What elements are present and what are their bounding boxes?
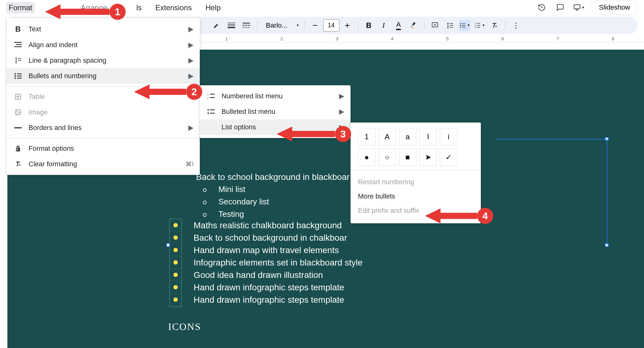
svg-rect-36 xyxy=(17,78,22,79)
menu-format[interactable]: Format xyxy=(6,2,35,13)
svg-rect-30 xyxy=(14,46,22,47)
menu-item-line-spacing[interactable]: Line & paragraph spacing ▶ xyxy=(7,53,200,68)
clear-formatting-icon xyxy=(13,160,23,168)
svg-point-31 xyxy=(15,73,16,75)
menu-item-more-bullets[interactable]: More bullets xyxy=(351,189,481,203)
annotation-badge: 1 xyxy=(110,4,126,20)
ruler-mark: 3 xyxy=(336,36,338,41)
ruler-mark: 4 xyxy=(391,36,393,41)
svg-rect-20 xyxy=(462,25,465,26)
bullet-yellow-icon xyxy=(173,260,178,265)
bullet-option-arrow[interactable]: ➤ xyxy=(419,149,437,166)
submenu-arrow-icon: ▶ xyxy=(188,41,194,49)
bullet-option-i[interactable]: i xyxy=(440,128,457,145)
slide-sublist-item: Testing xyxy=(203,209,244,219)
menu-label: Restart numbering xyxy=(358,178,414,186)
slideshow-button[interactable]: Slideshow xyxy=(591,0,638,15)
bullet-option-disc[interactable]: ● xyxy=(358,149,375,166)
separator xyxy=(257,21,257,30)
bullet-circle-icon xyxy=(203,188,207,192)
bullet-option-a[interactable]: a xyxy=(399,128,416,145)
clear-formatting-button[interactable] xyxy=(489,20,500,31)
text-color-button[interactable]: A xyxy=(393,20,404,31)
decrease-font-button[interactable]: − xyxy=(310,20,321,31)
ruler-mark: 8 xyxy=(612,36,614,41)
svg-text:1: 1 xyxy=(207,93,209,96)
menu-label: Clear formatting xyxy=(29,160,77,168)
svg-rect-3 xyxy=(228,27,235,28)
svg-rect-4 xyxy=(243,23,250,24)
separator xyxy=(505,21,505,30)
svg-point-17 xyxy=(460,25,461,26)
bulleted-list-button[interactable]: ▼ xyxy=(459,20,470,31)
present-icon[interactable]: ▼ xyxy=(573,1,585,14)
font-name-selector[interactable]: Barlo... xyxy=(262,21,291,29)
menu-tools-partial[interactable]: ls xyxy=(134,2,144,13)
svg-rect-8 xyxy=(243,27,244,28)
submenu-arrow-icon: ▶ xyxy=(339,92,344,100)
svg-point-41 xyxy=(16,111,17,112)
menu-label: List options xyxy=(221,123,256,131)
bold-button[interactable]: B xyxy=(363,20,374,31)
chevron-down-icon: ▼ xyxy=(467,24,470,27)
bullet-option-A[interactable]: A xyxy=(378,128,396,145)
separator xyxy=(358,21,358,30)
paint-icon[interactable] xyxy=(211,20,222,31)
line-spacing-button[interactable] xyxy=(444,20,455,31)
menu-item-numbered-list[interactable]: 12 Numbered list menu ▶ xyxy=(200,88,351,104)
menu-item-borders-lines[interactable]: Borders and lines ▶ xyxy=(7,120,200,136)
insert-comment-button[interactable] xyxy=(429,20,441,31)
menu-help[interactable]: Help xyxy=(203,2,223,13)
bullet-option-square[interactable]: ■ xyxy=(399,149,416,166)
svg-rect-12 xyxy=(411,28,416,29)
border-weight-icon[interactable] xyxy=(226,20,237,31)
menu-item-align-indent[interactable]: Align and indent ▶ xyxy=(7,37,200,53)
selection-handle[interactable] xyxy=(166,243,170,247)
menu-label: Align and indent xyxy=(29,41,78,49)
list-icon xyxy=(13,73,23,79)
menu-shortcut: ⌘\ xyxy=(186,160,194,168)
menu-item-bullets-numbering[interactable]: Bullets and numbering ▶ xyxy=(7,68,200,84)
bullet-option-check[interactable]: ✓ xyxy=(440,149,457,166)
bullet-circle-icon xyxy=(203,213,207,217)
bullet-cell xyxy=(170,269,181,281)
comment-icon[interactable] xyxy=(554,1,566,14)
svg-point-18 xyxy=(460,26,461,28)
numbered-list-button[interactable]: 123▼ xyxy=(474,20,485,31)
bullet-option-I[interactable]: I xyxy=(419,128,437,145)
highlight-button[interactable] xyxy=(408,20,419,31)
svg-point-47 xyxy=(208,109,209,111)
ruler-mark: 5 xyxy=(446,36,449,41)
slide-sublist-item: Mini list xyxy=(203,185,245,194)
menu-item-format-options[interactable]: Format options xyxy=(7,141,200,156)
ruler-mark: 1 xyxy=(225,36,228,41)
slide-text-line: Hand drawn infographic steps template xyxy=(194,283,344,292)
border-dash-icon[interactable] xyxy=(241,20,252,31)
menu-label: Bulleted list menu xyxy=(221,108,275,116)
menu-item-bulleted-list[interactable]: Bulleted list menu ▶ xyxy=(200,104,351,119)
menu-label: Borders and lines xyxy=(29,124,82,132)
slide-sublist-item: Secondary list xyxy=(203,197,269,207)
menu-item-text[interactable]: B Text ▶ xyxy=(7,21,200,37)
bullet-option-1[interactable]: 1 xyxy=(358,128,375,145)
menu-extensions[interactable]: Extensions xyxy=(153,2,194,13)
submenu-arrow-icon: ▶ xyxy=(188,124,194,132)
slide-text-line: Maths realistic chalkboard background xyxy=(194,221,342,230)
more-options-button[interactable]: ⋮ xyxy=(510,20,521,31)
bullet-option-circle[interactable]: ○ xyxy=(378,149,396,166)
menu-label: Format options xyxy=(29,145,74,153)
menu-label: Numbered list menu xyxy=(221,92,283,100)
svg-rect-29 xyxy=(16,44,22,45)
increase-font-button[interactable]: + xyxy=(342,20,353,31)
svg-rect-46 xyxy=(210,97,215,98)
menu-label: Image xyxy=(29,108,47,116)
menu-item-clear-formatting[interactable]: Clear formatting ⌘\ xyxy=(7,156,200,172)
bullet-cell xyxy=(170,219,181,231)
menu-separator xyxy=(351,170,481,171)
history-icon[interactable] xyxy=(535,1,548,14)
italic-button[interactable]: I xyxy=(378,20,389,31)
font-size-input[interactable] xyxy=(323,19,339,32)
numbered-list-icon: 12 xyxy=(206,93,216,99)
svg-text:2: 2 xyxy=(207,96,209,99)
ruler-mark: 7 xyxy=(557,36,559,41)
